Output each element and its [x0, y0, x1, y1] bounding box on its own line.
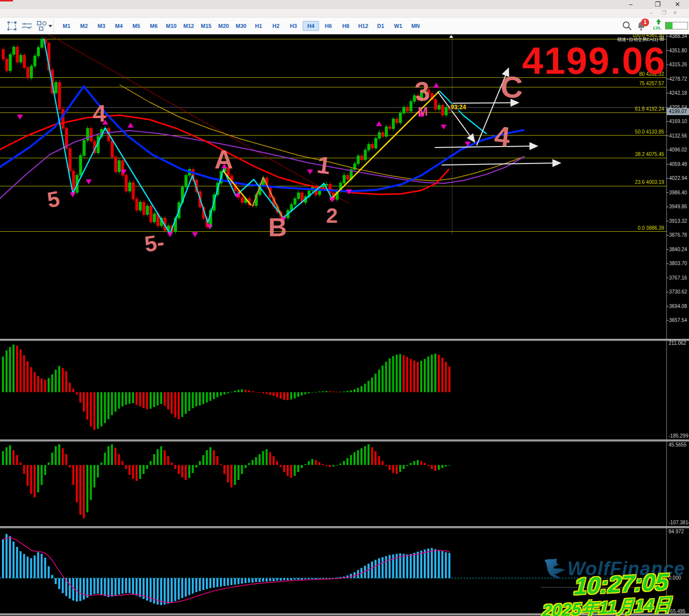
- awesome-oscillator-bar: [115, 578, 117, 596]
- caret-down-icon[interactable]: [47, 20, 53, 32]
- fractal-down-marker: [307, 169, 313, 174]
- timeframe-w1[interactable]: W1: [390, 21, 406, 31]
- candle-body: [136, 199, 138, 210]
- macd-histogram-bar: [392, 356, 394, 392]
- macd-histogram-bar: [427, 356, 429, 392]
- macd-histogram-bar: [381, 365, 383, 392]
- close-icon[interactable]: ✕: [671, 0, 684, 8]
- macd-histogram-bar: [333, 392, 335, 392]
- candle-body: [441, 105, 444, 115]
- macd-histogram-bar: [367, 381, 369, 392]
- oscillator-histogram-bar: [252, 460, 254, 465]
- timeframe-h6[interactable]: H6: [320, 21, 337, 31]
- oscillator-histogram-bar: [132, 465, 134, 479]
- macd-histogram-bar: [360, 386, 362, 392]
- level-up-icon: [655, 19, 662, 25]
- restore-icon[interactable]: ❐: [651, 0, 664, 8]
- timeframe-m3[interactable]: M3: [93, 21, 110, 31]
- timeframe-m4[interactable]: M4: [111, 21, 127, 31]
- oscillator-histogram-bar: [178, 465, 180, 474]
- awesome-oscillator-bar: [237, 578, 239, 584]
- candle-body: [90, 128, 92, 141]
- timeframe-h1[interactable]: H1: [250, 21, 267, 31]
- candle-body: [389, 127, 391, 129]
- oscillator-histogram-bar: [136, 465, 138, 481]
- objects-icon[interactable]: [36, 20, 48, 32]
- timeframe-h12[interactable]: H12: [355, 21, 371, 31]
- candle-body: [396, 119, 398, 123]
- awesome-oscillator-bar: [33, 556, 35, 578]
- fractal-up-marker: [128, 123, 134, 128]
- oscillator-histogram-bar: [396, 465, 398, 474]
- timeframe-d1[interactable]: D1: [372, 21, 389, 31]
- awesome-oscillator-bar: [76, 578, 78, 602]
- macd-histogram-bar: [139, 392, 141, 406]
- candle-body: [115, 157, 117, 172]
- oscillator-histogram-bar: [16, 455, 18, 465]
- fractal-down-marker: [441, 125, 447, 130]
- macd-histogram-bar: [378, 370, 380, 392]
- timeframe-m20[interactable]: M20: [215, 21, 232, 31]
- indicators-icon[interactable]: [21, 20, 33, 32]
- axis-tick-label: 3876.78: [669, 232, 688, 238]
- macd-histogram-bar: [185, 392, 187, 414]
- timeframe-m6[interactable]: M6: [146, 21, 162, 31]
- awesome-oscillator-bar: [111, 578, 113, 597]
- awesome-oscillator-bar: [192, 578, 194, 594]
- macd-histogram-bar: [273, 392, 275, 396]
- awesome-oscillator-bar: [93, 578, 95, 594]
- oscillator-histogram-bar: [206, 450, 208, 465]
- macd-histogram-bar: [308, 392, 310, 393]
- oscillator-histogram-bar: [343, 461, 345, 465]
- candle-body: [62, 109, 64, 128]
- oscillator-histogram-bar: [143, 465, 145, 474]
- awesome-oscillator-bar: [41, 554, 43, 578]
- macd-histogram-bar: [122, 392, 124, 406]
- timeframe-m30[interactable]: M30: [233, 21, 249, 31]
- macd-histogram-bar: [44, 380, 46, 392]
- axis-tick-label: 3657.54: [669, 317, 688, 323]
- macd-histogram-bar: [90, 392, 92, 427]
- fib-label-50.0: 50.0 4133.85: [635, 129, 665, 135]
- timeframe-mn[interactable]: MN: [407, 21, 424, 31]
- timeframe-m15[interactable]: M15: [198, 21, 214, 31]
- macd-histogram-bar: [234, 391, 236, 392]
- timeframe-h8[interactable]: H8: [338, 21, 354, 31]
- timeframe-m5[interactable]: M5: [128, 21, 145, 31]
- timeframe-h3[interactable]: H3: [285, 21, 302, 31]
- oscillator-histogram-bar: [364, 446, 366, 465]
- awesome-oscillator-bar: [122, 578, 124, 594]
- oscillator-histogram-bar: [202, 455, 204, 465]
- macd-histogram-bar: [280, 392, 282, 399]
- child-restore-icon[interactable]: ❐: [659, 9, 669, 16]
- awesome-oscillator-bar: [311, 578, 313, 579]
- macd-histogram-bar: [48, 378, 50, 392]
- timeframe-m10[interactable]: M10: [163, 21, 179, 31]
- oscillator-histogram-bar: [23, 465, 25, 474]
- awesome-oscillator-bar: [83, 578, 85, 600]
- oscillator-histogram-bar: [255, 457, 257, 465]
- macd-histogram-bar: [301, 392, 303, 395]
- child-minimize-icon[interactable]: –: [646, 9, 656, 16]
- timeframe-m12[interactable]: M12: [180, 21, 197, 31]
- awesome-oscillator-bar: [185, 578, 187, 597]
- oscillator-histogram-bar: [262, 451, 264, 465]
- search-icon[interactable]: [621, 20, 633, 32]
- oscillator-histogram-bar: [413, 461, 415, 465]
- macd-histogram-bar: [171, 392, 172, 414]
- timeframe-m2[interactable]: M2: [76, 21, 92, 31]
- oscillator-histogram-bar: [448, 465, 450, 465]
- chart-canvas[interactable]: 100.0 4381.3080 4282.3275 4257.5761.8 41…: [0, 0, 689, 616]
- macd-histogram-bar: [399, 354, 401, 392]
- timeframe-h4[interactable]: H4: [303, 21, 319, 31]
- timeframe-h2[interactable]: H2: [268, 21, 284, 31]
- child-close-icon[interactable]: ✕: [670, 9, 680, 16]
- macd-histogram-bar: [244, 390, 246, 392]
- fib-label-38.2: 38.2 4075.45: [635, 152, 665, 157]
- macd-histogram-bar: [79, 392, 81, 403]
- minimize-icon[interactable]: –: [624, 0, 637, 8]
- timeframe-m1[interactable]: M1: [58, 21, 75, 31]
- oscillator-histogram-bar: [220, 464, 222, 465]
- awesome-oscillator-bar: [164, 578, 166, 605]
- selection-icon[interactable]: [6, 20, 18, 32]
